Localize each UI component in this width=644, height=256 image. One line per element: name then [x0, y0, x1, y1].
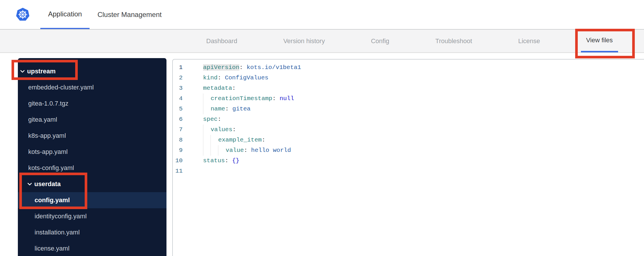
file-label: gitea.yaml — [28, 116, 57, 123]
code-token — [247, 147, 251, 154]
nav-tab-label: License — [518, 37, 540, 45]
code-token: example_item — [218, 137, 262, 143]
code-token: null — [280, 95, 294, 102]
code-line-9[interactable]: 9value: hello world — [173, 145, 644, 156]
nav-tab-view-files[interactable]: View files — [581, 30, 618, 52]
indent-guide — [211, 145, 218, 156]
code-line-11[interactable]: 11 — [173, 166, 644, 176]
tree-item-kots-app-yaml[interactable]: kots-app.yaml — [18, 144, 166, 160]
folder-label: upstream — [27, 68, 56, 75]
tree-item-gitea-yaml[interactable]: gitea.yaml — [18, 112, 166, 128]
code-token: spec — [203, 116, 217, 123]
nav-tab-label: Troubleshoot — [435, 37, 472, 45]
code-token — [228, 157, 232, 164]
nav-tab-dashboard[interactable]: Dashboard — [201, 30, 243, 52]
code-token: : — [232, 85, 236, 91]
code-token: ConfigValues — [225, 74, 268, 81]
line-number: 1 — [173, 62, 183, 73]
tree-item-installation-yaml[interactable]: installation.yaml — [18, 224, 166, 240]
line-number: 3 — [173, 83, 183, 93]
code-line-content: values: — [203, 126, 236, 133]
code-token: {} — [232, 157, 239, 164]
header-tabs: ApplicationCluster Management — [40, 0, 169, 29]
code-line-content: example_item: — [203, 137, 265, 143]
tree-item-kots-config-yaml[interactable]: kots-config.yaml — [18, 160, 166, 176]
kubernetes-logo-icon — [16, 0, 30, 29]
file-tree-sidebar: upstreamembedded-cluster.yamlgitea-1.0.7… — [18, 58, 166, 256]
code-line-5[interactable]: 5name: gitea — [173, 104, 644, 114]
code-line-6[interactable]: 6spec: — [173, 114, 644, 125]
tree-item-userdata[interactable]: userdata — [18, 176, 166, 192]
code-token: values — [211, 126, 232, 133]
code-token: : — [232, 126, 236, 133]
top-header: ApplicationCluster Management — [0, 0, 644, 30]
code-token: : — [244, 147, 248, 154]
code-line-1[interactable]: 1apiVersion: kots.io/v1beta1 — [173, 62, 644, 73]
code-line-8[interactable]: 8example_item: — [173, 135, 644, 145]
nav-tab-version-history[interactable]: Version history — [278, 30, 330, 52]
file-label: kots-config.yaml — [28, 164, 74, 172]
tree-item-config-yaml[interactable]: config.yaml — [18, 192, 166, 208]
tree-item-license-yaml[interactable]: license.yaml — [18, 240, 166, 256]
header-tab-label: Application — [48, 10, 82, 18]
indent-guide — [218, 145, 226, 156]
code-line-content: creationTimestamp: null — [203, 95, 294, 102]
file-label: gitea-1.0.7.tgz — [28, 100, 68, 107]
code-token: status — [203, 157, 225, 164]
indent-guide — [203, 93, 211, 104]
code-line-7[interactable]: 7values: — [173, 125, 644, 135]
indent-guide — [211, 135, 218, 145]
header-tab-label: Cluster Management — [97, 11, 162, 19]
line-number: 7 — [173, 125, 183, 135]
code-token: : — [225, 106, 229, 112]
nav-tab-config[interactable]: Config — [366, 30, 395, 52]
tree-item-k8s-app-yaml[interactable]: k8s-app.yaml — [18, 128, 166, 144]
tree-item-identityconfig-yaml[interactable]: identityconfig.yaml — [18, 208, 166, 224]
line-number: 4 — [173, 93, 183, 104]
nav-tab-label: Version history — [283, 37, 325, 45]
file-label: installation.yaml — [35, 229, 80, 236]
header-tab-application[interactable]: Application — [40, 0, 90, 29]
code-line-4[interactable]: 4creationTimestamp: null — [173, 93, 644, 104]
code-line-content: kind: ConfigValues — [203, 74, 268, 81]
file-label: identityconfig.yaml — [35, 213, 87, 220]
chevron-down-icon — [20, 68, 25, 74]
code-token: gitea — [232, 106, 251, 112]
code-token: hello world — [251, 147, 291, 154]
file-label: license.yaml — [35, 245, 69, 252]
indent-guide — [203, 104, 211, 114]
code-token: : — [217, 74, 221, 81]
code-token: metadata — [203, 85, 232, 91]
folder-label: userdata — [34, 180, 61, 188]
code-line-2[interactable]: 2kind: ConfigValues — [173, 73, 644, 83]
code-token — [229, 106, 232, 112]
code-line-content: name: gitea — [203, 106, 251, 112]
code-token: : — [225, 157, 229, 164]
tree-item-embedded-cluster-yaml[interactable]: embedded-cluster.yaml — [18, 79, 166, 95]
code-line-10[interactable]: 10status: {} — [173, 156, 644, 166]
code-line-content: value: hello world — [203, 147, 291, 154]
nav-tab-troubleshoot[interactable]: Troubleshoot — [430, 30, 478, 52]
code-token: name — [211, 106, 225, 112]
file-label: config.yaml — [35, 196, 70, 204]
nav-tab-license[interactable]: License — [513, 30, 545, 52]
file-label: k8s-app.yaml — [28, 132, 66, 140]
indent-guide — [203, 145, 211, 156]
line-number: 10 — [173, 156, 183, 166]
code-editor[interactable]: 1apiVersion: kots.io/v1beta12kind: Confi… — [172, 59, 644, 256]
line-number: 9 — [173, 145, 183, 156]
tree-item-upstream[interactable]: upstream — [18, 63, 166, 79]
nav-tab-label: View files — [586, 37, 613, 44]
file-label: embedded-cluster.yaml — [28, 84, 94, 91]
code-line-3[interactable]: 3metadata: — [173, 83, 644, 93]
code-token — [243, 64, 247, 71]
code-token: kots.io/v1beta1 — [247, 64, 301, 71]
code-token: kind — [203, 74, 217, 81]
header-tab-cluster-management[interactable]: Cluster Management — [90, 0, 169, 29]
tree-item-gitea-1-0-7-tgz[interactable]: gitea-1.0.7.tgz — [18, 95, 166, 112]
line-number: 6 — [173, 114, 183, 125]
code-line-content: status: {} — [203, 157, 239, 164]
code-token: : — [239, 64, 243, 71]
line-number: 11 — [173, 166, 183, 176]
line-number: 8 — [173, 135, 183, 145]
